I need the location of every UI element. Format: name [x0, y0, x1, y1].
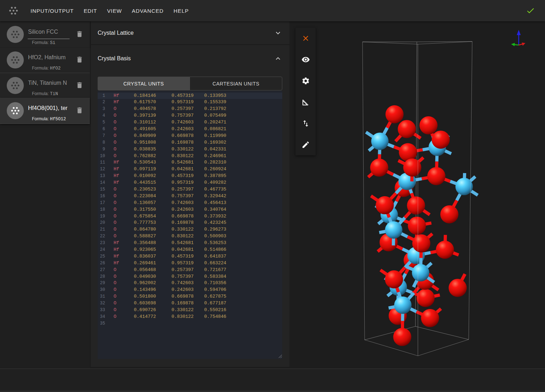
basis-line-15[interactable]: 15O0.2305230.2573970.467735 — [98, 186, 282, 193]
settings-icon — [301, 77, 310, 85]
basis-line-6[interactable]: 6O0.4916050.2426030.086821 — [98, 126, 282, 133]
basis-line-14[interactable]: 14Hf0.4435150.9573190.409282 — [98, 180, 282, 186]
delete-material-icon[interactable] — [76, 106, 83, 114]
menu-edit[interactable]: EDIT — [84, 8, 97, 14]
basis-line-32[interactable]: 32O0.6036980.1698780.677187 — [98, 300, 282, 307]
menu-help[interactable]: HELP — [174, 8, 189, 14]
atom-coord: 0.690726 — [134, 307, 156, 314]
basis-line-7[interactable]: 7O0.8499090.6698780.119990 — [98, 133, 282, 139]
atom-O[interactable] — [393, 328, 411, 346]
delete-material-icon[interactable] — [76, 81, 83, 89]
visibility-button[interactable] — [295, 49, 316, 70]
tab-crystal-units[interactable]: CRYSTAL UNITS — [98, 77, 190, 90]
atom-O[interactable] — [385, 270, 403, 288]
basis-line-29[interactable]: 29O0.9620020.7426030.710356 — [98, 280, 282, 287]
atom-O[interactable] — [370, 159, 388, 177]
basis-line-13[interactable]: 13Hf0.0100920.4573190.387895 — [98, 173, 282, 180]
material-name[interactable]: Silicon FCC — [28, 29, 58, 35]
basis-line-23[interactable]: 23Hf0.3564880.5426810.536253 — [98, 240, 282, 247]
check-icon[interactable] — [526, 6, 535, 15]
basis-line-25[interactable]: 25Hf0.8360370.4573190.641837 — [98, 253, 282, 260]
basis-editor[interactable]: 1Hf0.1841460.4573190.1339532Hf0.6175700.… — [98, 91, 282, 359]
basis-line-16[interactable]: 16O0.2230840.7573970.329442 — [98, 193, 282, 200]
swap-vert-button[interactable] — [295, 113, 316, 134]
material-name[interactable]: TiN, Titanium N — [28, 80, 67, 86]
atom-O[interactable] — [419, 116, 437, 134]
basis-line-3[interactable]: 3O0.4045780.2573970.213792 — [98, 106, 282, 112]
basis-line-18[interactable]: 18O0.3175500.2426030.340764 — [98, 206, 282, 213]
chevron-up-icon[interactable] — [274, 54, 282, 63]
basis-line-24[interactable]: 24Hf0.9230650.0426810.514866 — [98, 247, 282, 253]
material-name[interactable]: HfO2, Hafnium — [28, 54, 66, 61]
basis-line-10[interactable]: 10O0.7628820.8301220.246961 — [98, 153, 282, 160]
atom-O[interactable] — [440, 205, 458, 223]
material-item-3[interactable]: Hf4O8(001), terFormula: Hf5O12 — [0, 98, 90, 124]
atom-O[interactable] — [408, 217, 426, 235]
atom-Hf[interactable] — [456, 178, 473, 195]
atom-O[interactable] — [407, 197, 425, 215]
atom-O[interactable] — [421, 309, 439, 327]
basis-line-4[interactable]: 4O0.3971390.7573970.075499 — [98, 112, 282, 119]
delete-material-icon[interactable] — [76, 56, 83, 64]
atom-O[interactable] — [412, 234, 430, 253]
menu-input-output[interactable]: INPUT/OUTPUT — [31, 8, 74, 14]
atom-Hf[interactable] — [412, 264, 429, 281]
atom-Hf[interactable] — [394, 297, 412, 314]
swap-vert-icon — [301, 119, 310, 128]
chevron-down-icon[interactable] — [274, 29, 282, 37]
basis-line-35[interactable]: 35 — [98, 320, 282, 327]
square-foot-button[interactable] — [295, 92, 316, 113]
menu-view[interactable]: VIEW — [107, 8, 122, 14]
atom-O[interactable] — [376, 196, 394, 214]
material-name[interactable]: Hf4O8(001), ter — [28, 105, 67, 111]
edit-button[interactable] — [295, 134, 316, 155]
basis-line-5[interactable]: 5O0.3101120.7426030.202471 — [98, 119, 282, 126]
crystal-basis-header[interactable]: Crystal Basis — [91, 45, 289, 73]
close-button[interactable] — [295, 28, 316, 49]
basis-line-20[interactable]: 20O0.7777530.1698780.423245 — [98, 220, 282, 226]
atom-O[interactable] — [398, 120, 416, 138]
basis-line-17[interactable]: 17O0.1360570.7426030.456413 — [98, 200, 282, 206]
basis-line-1[interactable]: 1Hf0.1841460.4573190.133953 — [98, 93, 282, 99]
basis-line-27[interactable]: 27O0.0564680.2573970.721677 — [98, 267, 282, 274]
atom-O[interactable] — [432, 131, 450, 149]
basis-line-9[interactable]: 9O0.0388350.3301220.042331 — [98, 146, 282, 153]
atom-O[interactable] — [416, 289, 435, 307]
delete-material-icon[interactable] — [76, 30, 83, 38]
basis-line-28[interactable]: 28O0.0490300.7573970.583384 — [98, 274, 282, 280]
basis-line-12[interactable]: 12Hf0.0971190.0426810.260924 — [98, 166, 282, 173]
visibility-icon — [301, 55, 310, 64]
atom-coord: 0.669878 — [171, 133, 194, 139]
crystal-lattice-header[interactable]: Crystal Lattice — [91, 21, 289, 44]
basis-line-8[interactable]: 8O0.9518080.1698780.169302 — [98, 139, 282, 146]
menu-advanced[interactable]: ADVANCED — [132, 8, 163, 14]
atom-O[interactable] — [403, 159, 421, 177]
basis-line-19[interactable]: 19O0.6758540.6698780.373932 — [98, 213, 282, 220]
basis-line-33[interactable]: 33O0.6907260.3301220.550216 — [98, 307, 282, 314]
basis-line-21[interactable]: 21O0.8647800.3301220.296273 — [98, 226, 282, 233]
basis-line-26[interactable]: 26Hf0.2694610.9573190.663224 — [98, 260, 282, 267]
material-item-1[interactable]: HfO2, HafniumFormula: HfO2 — [0, 48, 90, 73]
material-item-0[interactable]: Silicon FCCFormula: Si — [0, 22, 90, 48]
atom-O[interactable] — [427, 167, 445, 185]
basis-line-34[interactable]: 34O0.4147720.8301220.754846 — [98, 314, 282, 320]
atom-coord: 0.260924 — [204, 166, 226, 173]
atom-O[interactable] — [436, 241, 454, 259]
atom-Hf[interactable] — [385, 221, 402, 239]
basis-line-11[interactable]: 11Hf0.5305430.5426810.282310 — [98, 159, 282, 166]
viewer-3d[interactable] — [289, 21, 545, 368]
atom-O[interactable] — [399, 143, 417, 161]
material-item-2[interactable]: TiN, Titanium NFormula: TiN — [0, 73, 90, 99]
basis-line-31[interactable]: 31O0.5018000.6698780.627875 — [98, 293, 282, 300]
tab-cartesian-units[interactable]: CARTESIAN UNITS — [190, 77, 282, 90]
atom-O[interactable] — [386, 105, 404, 123]
basis-line-2[interactable]: 2Hf0.6175700.9573190.155339 — [98, 99, 282, 106]
atom-Hf[interactable] — [371, 133, 388, 150]
editor-resize-handle[interactable] — [278, 354, 282, 358]
basis-line-30[interactable]: 30O0.1434960.2426030.594706 — [98, 287, 282, 293]
settings-button[interactable] — [295, 70, 316, 92]
atom-coord: 0.669878 — [171, 293, 194, 300]
basis-line-22[interactable]: 22O0.5888270.8301220.500903 — [98, 233, 282, 240]
atom-coord: 0.864780 — [134, 226, 156, 233]
atom-O[interactable] — [449, 279, 467, 297]
